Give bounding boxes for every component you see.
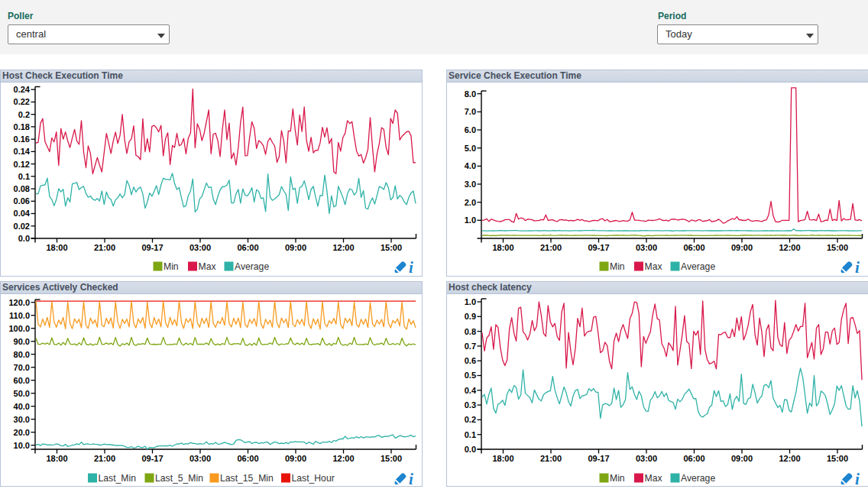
svg-text:110.0: 110.0 (9, 311, 30, 320)
svg-text:Last_5_Min: Last_5_Min (155, 473, 203, 484)
svg-text:i: i (855, 258, 860, 276)
svg-text:0.9: 0.9 (465, 312, 476, 321)
svg-text:0.1: 0.1 (18, 172, 30, 181)
svg-text:09-17: 09-17 (141, 454, 163, 463)
svg-text:10.0: 10.0 (14, 441, 30, 450)
svg-text:70.0: 70.0 (14, 363, 30, 372)
svg-text:0.6: 0.6 (465, 356, 476, 365)
svg-text:21:00: 21:00 (540, 243, 562, 252)
svg-text:18:00: 18:00 (46, 454, 67, 463)
svg-text:09-17: 09-17 (141, 243, 163, 252)
svg-text:09:00: 09:00 (731, 243, 753, 252)
svg-text:0.02: 0.02 (14, 222, 30, 231)
svg-text:1.0: 1.0 (465, 297, 476, 306)
svg-text:Max: Max (199, 261, 216, 272)
svg-text:03:00: 03:00 (636, 243, 657, 252)
svg-text:06:00: 06:00 (683, 454, 704, 463)
svg-text:15:00: 15:00 (381, 454, 402, 463)
svg-text:90.0: 90.0 (14, 337, 30, 346)
svg-text:0.06: 0.06 (14, 196, 30, 206)
svg-text:i: i (855, 470, 860, 486)
svg-text:0.22: 0.22 (14, 97, 30, 106)
svg-text:80.0: 80.0 (14, 350, 30, 359)
svg-text:15:00: 15:00 (381, 243, 402, 252)
svg-text:Average: Average (681, 261, 715, 272)
svg-text:12:00: 12:00 (779, 454, 800, 463)
svg-text:Max: Max (645, 473, 662, 484)
svg-text:0.18: 0.18 (14, 122, 30, 131)
svg-text:30.0: 30.0 (14, 415, 30, 424)
svg-text:Last_Min: Last_Min (99, 473, 136, 484)
svg-text:0.3: 0.3 (465, 400, 476, 410)
svg-text:Min: Min (610, 473, 625, 484)
svg-text:Average: Average (681, 473, 715, 484)
svg-text:60.0: 60.0 (14, 376, 30, 385)
svg-text:18:00: 18:00 (492, 454, 513, 463)
svg-text:03:00: 03:00 (189, 454, 211, 463)
svg-text:12:00: 12:00 (779, 243, 800, 252)
svg-text:0.08: 0.08 (14, 184, 30, 193)
svg-text:0.1: 0.1 (465, 430, 476, 439)
svg-text:20.0: 20.0 (14, 428, 30, 437)
svg-text:0.16: 0.16 (14, 134, 30, 144)
svg-text:06:00: 06:00 (683, 243, 704, 252)
svg-text:0.12: 0.12 (14, 160, 30, 169)
svg-text:0.14: 0.14 (14, 147, 31, 156)
svg-text:15:00: 15:00 (827, 243, 848, 252)
svg-text:4.0: 4.0 (465, 161, 476, 170)
svg-text:09-17: 09-17 (588, 454, 609, 463)
svg-text:09:00: 09:00 (285, 454, 306, 463)
svg-text:Average: Average (235, 261, 269, 272)
svg-text:09:00: 09:00 (285, 243, 306, 252)
svg-text:06:00: 06:00 (237, 454, 258, 463)
svg-text:Min: Min (164, 261, 179, 272)
svg-text:1.0: 1.0 (465, 215, 476, 225)
svg-text:0.0: 0.0 (465, 445, 476, 454)
svg-text:0.5: 0.5 (465, 371, 476, 380)
svg-text:i: i (409, 258, 413, 276)
svg-text:0.7: 0.7 (465, 342, 476, 351)
svg-text:Last_Hour: Last_Hour (292, 473, 335, 484)
svg-text:5.0: 5.0 (465, 144, 476, 153)
svg-text:21:00: 21:00 (94, 454, 115, 463)
svg-text:21:00: 21:00 (94, 243, 115, 252)
svg-text:06:00: 06:00 (237, 243, 258, 252)
svg-text:i: i (409, 470, 413, 486)
svg-text:0.2: 0.2 (18, 110, 30, 119)
svg-text:15:00: 15:00 (827, 454, 848, 463)
svg-text:09-17: 09-17 (588, 243, 609, 252)
svg-text:50.0: 50.0 (14, 389, 30, 398)
svg-text:7.0: 7.0 (465, 107, 476, 116)
svg-text:Max: Max (645, 261, 662, 272)
svg-text:6.0: 6.0 (465, 125, 476, 134)
svg-text:8.0: 8.0 (465, 89, 476, 99)
svg-text:18:00: 18:00 (46, 243, 67, 252)
svg-text:21:00: 21:00 (540, 454, 562, 463)
svg-text:40.0: 40.0 (14, 402, 30, 411)
svg-text:03:00: 03:00 (189, 243, 211, 252)
svg-text:0.24: 0.24 (14, 85, 31, 94)
svg-text:3.0: 3.0 (465, 180, 476, 189)
svg-text:100.0: 100.0 (8, 324, 30, 333)
svg-text:120.0: 120.0 (8, 298, 30, 307)
svg-text:Min: Min (610, 261, 625, 272)
svg-text:2.0: 2.0 (465, 198, 476, 207)
svg-text:0.0: 0.0 (18, 234, 30, 243)
svg-text:Last_15_Min: Last_15_Min (220, 473, 274, 484)
svg-text:12:00: 12:00 (332, 243, 354, 252)
svg-text:0.2: 0.2 (465, 415, 476, 424)
svg-text:12:00: 12:00 (332, 454, 354, 463)
svg-text:0.4: 0.4 (465, 386, 477, 395)
svg-text:0.04: 0.04 (14, 209, 31, 218)
svg-text:03:00: 03:00 (636, 454, 657, 463)
svg-text:0.8: 0.8 (465, 327, 476, 336)
svg-text:18:00: 18:00 (492, 243, 513, 252)
svg-text:09:00: 09:00 (731, 454, 753, 463)
